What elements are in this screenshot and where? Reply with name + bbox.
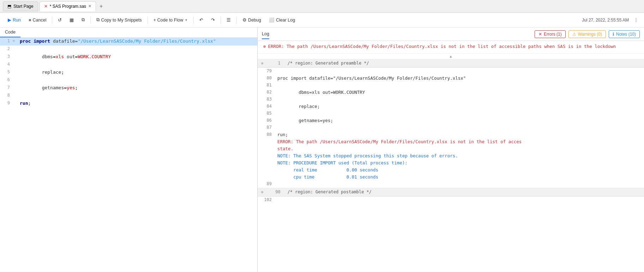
filter-warnings-button[interactable]: ⚠ Warnings (0) xyxy=(568,30,606,38)
tab-add-button[interactable]: + xyxy=(97,3,105,10)
code-line-4: 4 xyxy=(0,61,257,69)
line-num-1: 1 xyxy=(0,38,13,44)
editor-split-button[interactable]: ⧉ xyxy=(78,16,88,24)
scroll-up-icon: ▲ xyxy=(450,54,452,58)
editor-toggle-button[interactable]: ▦ xyxy=(66,16,77,24)
log-row-84: 84 replace; xyxy=(258,103,644,110)
code-to-flow-button[interactable]: + Code to Flow ▼ xyxy=(150,16,191,24)
preamble-line-num: 1 xyxy=(266,60,285,66)
log-content-102 xyxy=(276,197,644,204)
start-page-icon: ⬒ xyxy=(7,4,11,9)
format-button[interactable]: ☰ xyxy=(223,16,234,24)
debug-icon: ⚙ xyxy=(242,17,247,23)
log-num-82: 82 xyxy=(258,89,276,96)
log-postamble-header[interactable]: ⊕ 90 /* region: Generated postamble */ xyxy=(258,188,644,197)
log-content-81 xyxy=(276,82,644,89)
log-row-82: 82 dbms=xls out=WORK.COUNTRY xyxy=(258,89,644,96)
log-row-89: 89 xyxy=(258,181,644,188)
log-row-88: 88 run; xyxy=(258,131,644,138)
tab-error-icon: ✕ xyxy=(44,4,48,9)
split-container: Code 1 ⊖ proc import datafile="/Users/Le… xyxy=(0,28,644,272)
code-line-6: 6 xyxy=(0,77,257,84)
line-content-7: getnames=yes; xyxy=(18,84,257,91)
run-icon: ▶ xyxy=(8,17,11,23)
code-line-2: 2 xyxy=(0,46,257,53)
clear-log-button[interactable]: ⬜ Clear Log xyxy=(265,16,299,24)
note-filter-icon: ℹ xyxy=(613,32,614,37)
log-row-81: 81 xyxy=(258,82,644,89)
collapse-8 xyxy=(13,92,18,93)
collapse-7 xyxy=(13,84,18,85)
collapse-9 xyxy=(13,100,18,101)
preamble-label: /* region: Generated preamble */ xyxy=(288,61,369,66)
notes-label: Notes (10) xyxy=(616,32,636,37)
cancel-button[interactable]: ■ Cancel xyxy=(25,16,50,24)
tab-sas-program[interactable]: ✕ * SAS Program.sas ✕ xyxy=(40,1,96,11)
redo-icon: ↷ xyxy=(211,17,215,23)
copy-snippets-button[interactable]: ⧉ Copy to My Snippets xyxy=(93,16,145,24)
code-line-9: 9 run; xyxy=(0,100,257,108)
line-content-2 xyxy=(18,46,257,47)
collapse-2 xyxy=(13,46,18,47)
log-content-82: dbms=xls out=WORK.COUNTRY xyxy=(276,89,644,96)
toolbar-timestamp: Jul 27, 2022, 2:55:55 AM xyxy=(582,18,629,23)
separator-6 xyxy=(236,17,237,24)
redo-button[interactable]: ↷ xyxy=(207,16,218,24)
filter-errors-button[interactable]: ✕ Errors (1) xyxy=(535,30,566,38)
line-num-9: 9 xyxy=(0,100,13,106)
log-num-84: 84 xyxy=(258,103,276,110)
log-error-num-1 xyxy=(258,138,276,145)
log-tab[interactable]: Log xyxy=(262,29,269,39)
log-content-84: replace; xyxy=(276,103,644,110)
log-note-num-1 xyxy=(258,152,276,159)
run-button[interactable]: ▶ Run xyxy=(4,16,24,24)
log-num-87: 87 xyxy=(258,124,276,131)
log-note-content-2: NOTE: PROCEDURE IMPORT used (Total proce… xyxy=(276,159,644,167)
collapse-3 xyxy=(13,53,18,54)
log-error-message: ERROR: The path /Users/LearnSASCode/My F… xyxy=(268,44,616,49)
log-note-row-1: NOTE: The SAS System stopped processing … xyxy=(258,152,644,159)
debug-label: Debug xyxy=(248,18,261,23)
filter-notes-button[interactable]: ℹ Notes (10) xyxy=(609,30,640,38)
undo-button[interactable]: ↶ xyxy=(196,16,207,24)
log-row-80: 80 proc import datafile="/Users/LearnSAS… xyxy=(258,75,644,82)
log-content-83 xyxy=(276,96,644,103)
log-num-79: 79 xyxy=(258,68,276,75)
postamble-collapse-icon[interactable]: ⊕ xyxy=(261,190,264,194)
code-line-5: 5 replace; xyxy=(0,69,257,77)
log-error-content-2: state. xyxy=(276,145,644,152)
tab-close-btn[interactable]: ✕ xyxy=(88,4,91,8)
line-num-8: 8 xyxy=(0,92,13,98)
log-header: Log ✕ Errors (1) ⚠ Warnings (0) ℹ Notes … xyxy=(258,28,644,41)
log-content[interactable]: ⊗ ERROR: The path /Users/LearnSASCode/My… xyxy=(258,41,644,272)
reset-button[interactable]: ↺ xyxy=(54,16,65,24)
code-to-flow-dropdown-icon: ▼ xyxy=(185,18,188,22)
log-row-86: 86 getnames=yes; xyxy=(258,117,644,124)
collapse-1[interactable]: ⊖ xyxy=(13,38,18,43)
log-num-86: 86 xyxy=(258,117,276,124)
format-icon: ☰ xyxy=(227,17,231,23)
code-line-7: 7 getnames=yes; xyxy=(0,84,257,92)
log-note-row-3: real time 0.00 seconds xyxy=(258,167,644,174)
cancel-icon: ■ xyxy=(29,18,31,23)
toolbar-more-button[interactable]: ⋮ xyxy=(632,16,640,24)
preamble-collapse-icon[interactable]: ⊕ xyxy=(261,61,264,66)
line-num-2: 2 xyxy=(0,46,13,52)
log-note-content-3: real time 0.00 seconds xyxy=(276,167,644,174)
code-editor[interactable]: 1 ⊖ proc import datafile="/Users/LearnSA… xyxy=(0,38,257,272)
code-line-1: 1 ⊖ proc import datafile="/Users/LearnSA… xyxy=(0,38,257,46)
code-tab[interactable]: Code xyxy=(0,28,20,37)
log-note-row-4: cpu time 0.01 seconds xyxy=(258,174,644,181)
log-row-79: 79 xyxy=(258,68,644,75)
tab-sas-program-label: * SAS Program.sas xyxy=(50,4,86,9)
log-preamble-header[interactable]: ⊕ 1 /* region: Generated preamble */ xyxy=(258,59,644,68)
log-error-row-2: state. xyxy=(258,145,644,152)
tab-start-page[interactable]: ⬒ Start Page xyxy=(3,1,38,11)
log-content-86: getnames=yes; xyxy=(276,117,644,124)
error-circle-icon: ⊗ xyxy=(263,44,266,49)
debug-button[interactable]: ⚙ Debug xyxy=(239,16,265,24)
code-line-3: 3 dbms=xls out=WORK.COUNTRY xyxy=(0,53,257,61)
log-num-85: 85 xyxy=(258,110,276,117)
toolbar: ▶ Run ■ Cancel ↺ ▦ ⧉ ⧉ Copy to My Snippe… xyxy=(0,13,644,28)
collapse-5 xyxy=(13,69,18,70)
